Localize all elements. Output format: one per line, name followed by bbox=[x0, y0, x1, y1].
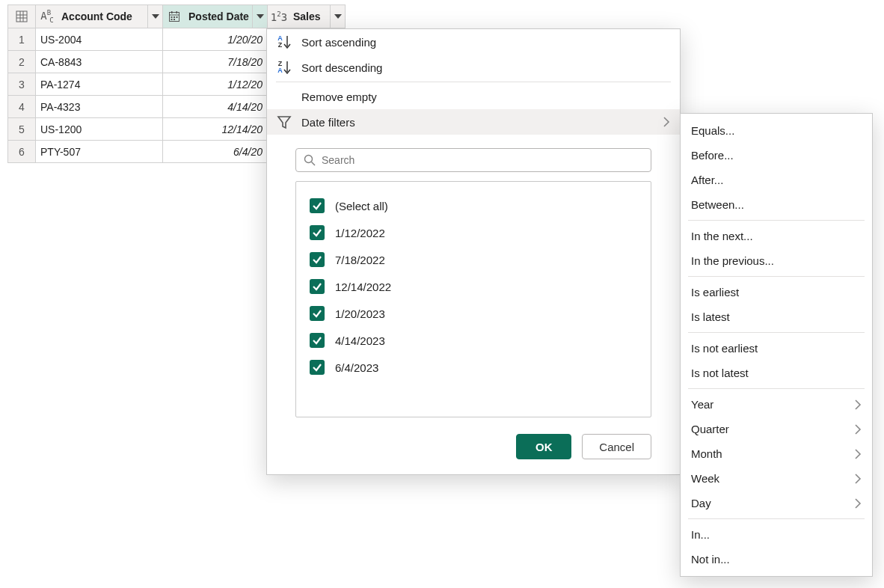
checkbox-checked-icon[interactable] bbox=[310, 279, 325, 294]
button-label: Cancel bbox=[599, 441, 634, 453]
sort-descending-item[interactable]: ZA Sort descending bbox=[267, 55, 680, 80]
date-filter-option[interactable]: In the previous... bbox=[681, 248, 872, 273]
svg-rect-13 bbox=[174, 19, 175, 20]
column-header-posted-date[interactable]: Posted Date bbox=[163, 5, 267, 28]
date-filter-option[interactable]: Is not earliest bbox=[681, 336, 872, 361]
chevron-right-icon bbox=[854, 498, 862, 509]
table-corner-icon[interactable] bbox=[8, 10, 35, 22]
column-filter-button[interactable] bbox=[147, 5, 162, 28]
chevron-right-icon bbox=[854, 474, 862, 484]
remove-empty-item[interactable]: Remove empty bbox=[267, 84, 680, 109]
search-icon bbox=[304, 154, 316, 166]
date-filter-option[interactable]: Between... bbox=[681, 192, 872, 217]
filter-value-label: 12/14/2022 bbox=[335, 281, 391, 293]
cell-posted-date[interactable]: 1/12/20 bbox=[163, 73, 268, 96]
row-number: 1 bbox=[8, 28, 36, 51]
text-type-icon: ABC bbox=[36, 9, 58, 23]
cell-posted-date[interactable]: 4/14/20 bbox=[163, 96, 268, 118]
cell-account-code[interactable]: US-1200 bbox=[36, 118, 163, 141]
date-filter-option[interactable]: Quarter bbox=[681, 417, 872, 441]
chevron-right-icon bbox=[653, 117, 680, 127]
filter-value-label: (Select all) bbox=[335, 200, 388, 212]
checkbox-checked-icon[interactable] bbox=[310, 306, 325, 321]
date-filter-option[interactable]: Month bbox=[681, 441, 872, 466]
column-filter-button[interactable] bbox=[330, 5, 345, 28]
date-filter-option[interactable]: Before... bbox=[681, 143, 872, 168]
cell-posted-date[interactable]: 12/14/20 bbox=[163, 118, 268, 141]
search-input[interactable] bbox=[320, 153, 643, 167]
submenu-label: Equals... bbox=[691, 124, 862, 137]
date-filter-option[interactable]: Not in... bbox=[681, 547, 872, 572]
column-header-sales[interactable]: 123 Sales bbox=[268, 5, 345, 28]
submenu-label: Month bbox=[691, 447, 854, 460]
filter-value-item[interactable]: 12/14/2022 bbox=[310, 273, 637, 300]
submenu-label: Day bbox=[691, 497, 854, 509]
svg-rect-7 bbox=[171, 11, 173, 13]
cell-posted-date[interactable]: 6/4/20 bbox=[163, 141, 268, 163]
menu-label: Date filters bbox=[301, 116, 653, 129]
date-filter-option[interactable]: Equals... bbox=[681, 118, 872, 143]
cell-posted-date[interactable]: 1/20/20 bbox=[163, 28, 268, 51]
column-title: Posted Date bbox=[185, 10, 252, 22]
date-filter-option[interactable]: Is not latest bbox=[681, 361, 872, 385]
filter-value-label: 1/12/2022 bbox=[335, 227, 385, 239]
date-filter-option[interactable]: In... bbox=[681, 522, 872, 547]
date-filters-item[interactable]: Date filters bbox=[267, 109, 680, 135]
filter-icon bbox=[267, 114, 301, 129]
checkbox-checked-icon[interactable] bbox=[310, 198, 325, 213]
submenu-divider bbox=[688, 220, 865, 221]
submenu-divider bbox=[688, 518, 865, 519]
date-filter-option[interactable]: After... bbox=[681, 168, 872, 192]
date-filter-option[interactable]: Week bbox=[681, 466, 872, 491]
checkbox-checked-icon[interactable] bbox=[310, 360, 325, 375]
submenu-label: Is not latest bbox=[691, 367, 862, 379]
cell-account-code[interactable]: PTY-507 bbox=[36, 141, 163, 163]
submenu-label: In the next... bbox=[691, 230, 862, 242]
checkbox-checked-icon[interactable] bbox=[310, 252, 325, 267]
sort-ascending-item[interactable]: AZ Sort ascending bbox=[267, 29, 680, 55]
checkbox-checked-icon[interactable] bbox=[310, 225, 325, 240]
cancel-button[interactable]: Cancel bbox=[582, 434, 651, 459]
row-number: 3 bbox=[8, 73, 36, 96]
filter-value-label: 1/20/2023 bbox=[335, 307, 385, 320]
svg-rect-0 bbox=[16, 11, 27, 22]
filter-search-box[interactable] bbox=[295, 148, 651, 172]
menu-label: Sort descending bbox=[301, 61, 680, 74]
filter-value-label: 4/14/2023 bbox=[335, 334, 385, 347]
date-filter-option[interactable]: Day bbox=[681, 491, 872, 515]
cell-account-code[interactable]: PA-4323 bbox=[36, 96, 163, 118]
svg-point-16 bbox=[305, 156, 313, 163]
date-type-icon bbox=[163, 10, 185, 22]
submenu-label: Quarter bbox=[691, 423, 854, 435]
filter-value-label: 6/4/2023 bbox=[335, 361, 378, 374]
cell-account-code[interactable]: US-2004 bbox=[36, 28, 163, 51]
filter-value-item[interactable]: 7/18/2022 bbox=[310, 246, 637, 273]
column-title: Sales bbox=[290, 10, 330, 22]
submenu-label: After... bbox=[691, 174, 862, 186]
date-filter-option[interactable]: In the next... bbox=[681, 224, 872, 248]
filter-value-list: (Select all)1/12/20227/18/202212/14/2022… bbox=[295, 181, 651, 417]
cell-account-code[interactable]: PA-1274 bbox=[36, 73, 163, 96]
filter-value-item[interactable]: 1/20/2023 bbox=[310, 300, 637, 327]
filter-value-item[interactable]: (Select all) bbox=[310, 192, 637, 219]
column-filter-button[interactable] bbox=[252, 5, 267, 28]
svg-rect-11 bbox=[177, 16, 178, 18]
filter-value-item[interactable]: 1/12/2022 bbox=[310, 219, 637, 246]
cell-posted-date[interactable]: 7/18/20 bbox=[163, 51, 268, 73]
svg-line-17 bbox=[312, 162, 316, 166]
date-filter-option[interactable]: Year bbox=[681, 392, 872, 417]
checkbox-checked-icon[interactable] bbox=[310, 333, 325, 348]
column-filter-panel: AZ Sort ascending ZA Sort descending Rem… bbox=[266, 28, 681, 475]
date-filter-option[interactable]: Is earliest bbox=[681, 280, 872, 304]
cell-account-code[interactable]: CA-8843 bbox=[36, 51, 163, 73]
svg-rect-10 bbox=[174, 16, 175, 18]
date-filter-option[interactable]: Is latest bbox=[681, 304, 872, 329]
menu-label: Sort ascending bbox=[301, 36, 680, 49]
chevron-right-icon bbox=[854, 424, 862, 435]
ok-button[interactable]: OK bbox=[516, 434, 571, 459]
sort-desc-icon: ZA bbox=[267, 61, 301, 74]
column-header-account-code[interactable]: ABC Account Code bbox=[36, 5, 162, 28]
filter-value-item[interactable]: 6/4/2023 bbox=[310, 354, 637, 381]
date-filters-submenu: Equals...Before...After...Between...In t… bbox=[680, 113, 873, 577]
filter-value-item[interactable]: 4/14/2023 bbox=[310, 327, 637, 354]
